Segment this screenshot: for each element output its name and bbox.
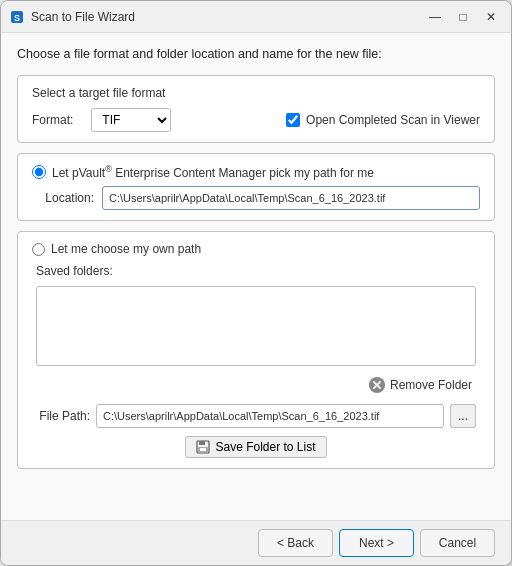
close-button[interactable]: ✕ (479, 7, 503, 27)
browse-button[interactable]: ... (450, 404, 476, 428)
auto-path-section: Let pVault® Enterprise Content Manager p… (17, 153, 495, 221)
app-icon: S (9, 9, 25, 25)
manual-path-section: Let me choose my own path Saved folders:… (17, 231, 495, 469)
next-button[interactable]: Next > (339, 529, 414, 557)
open-viewer-label[interactable]: Open Completed Scan in Viewer (306, 113, 480, 127)
format-section-label: Select a target file format (32, 86, 480, 100)
auto-path-label[interactable]: Let pVault® Enterprise Content Manager p… (52, 164, 374, 180)
manual-path-label[interactable]: Let me choose my own path (51, 242, 201, 256)
open-viewer-checkbox[interactable] (286, 113, 300, 127)
svg-rect-6 (199, 441, 205, 445)
location-input[interactable] (102, 186, 480, 210)
window-controls: — □ ✕ (423, 7, 503, 27)
remove-folder-button[interactable]: Remove Folder (364, 374, 476, 396)
save-folder-button[interactable]: Save Folder to List (185, 436, 326, 458)
manual-path-radio-row: Let me choose my own path (32, 242, 480, 256)
content-area: Choose a file format and folder location… (1, 33, 511, 520)
window-title: Scan to File Wizard (31, 10, 423, 24)
save-folder-label: Save Folder to List (215, 440, 315, 454)
remove-folder-row: Remove Folder (36, 374, 476, 396)
location-label: Location: (36, 191, 94, 205)
open-viewer-row: Open Completed Scan in Viewer (286, 113, 480, 127)
file-path-input[interactable] (96, 404, 444, 428)
footer: < Back Next > Cancel (1, 520, 511, 565)
main-window: S Scan to File Wizard — □ ✕ Choose a fil… (0, 0, 512, 566)
format-row: Format: TIF PDF JPG BMP Open Completed S… (32, 108, 480, 132)
saved-folders-label: Saved folders: (36, 264, 480, 278)
svg-rect-8 (200, 448, 206, 451)
remove-icon (368, 376, 386, 394)
title-bar: S Scan to File Wizard — □ ✕ (1, 1, 511, 33)
file-path-row: File Path: ... (36, 404, 476, 428)
cancel-button[interactable]: Cancel (420, 529, 495, 557)
svg-text:S: S (14, 13, 20, 23)
saved-folders-box (36, 286, 476, 366)
manual-path-radio[interactable] (32, 243, 45, 256)
remove-folder-label: Remove Folder (390, 378, 472, 392)
location-row: Location: (32, 186, 480, 210)
format-label: Format: (32, 113, 73, 127)
format-select[interactable]: TIF PDF JPG BMP (91, 108, 171, 132)
auto-path-radio[interactable] (32, 165, 46, 179)
minimize-button[interactable]: — (423, 7, 447, 27)
maximize-button[interactable]: □ (451, 7, 475, 27)
back-button[interactable]: < Back (258, 529, 333, 557)
format-section: Select a target file format Format: TIF … (17, 75, 495, 143)
file-path-label: File Path: (36, 409, 90, 423)
instruction-text: Choose a file format and folder location… (17, 47, 495, 61)
save-icon (196, 440, 210, 454)
auto-path-radio-row: Let pVault® Enterprise Content Manager p… (32, 164, 480, 180)
